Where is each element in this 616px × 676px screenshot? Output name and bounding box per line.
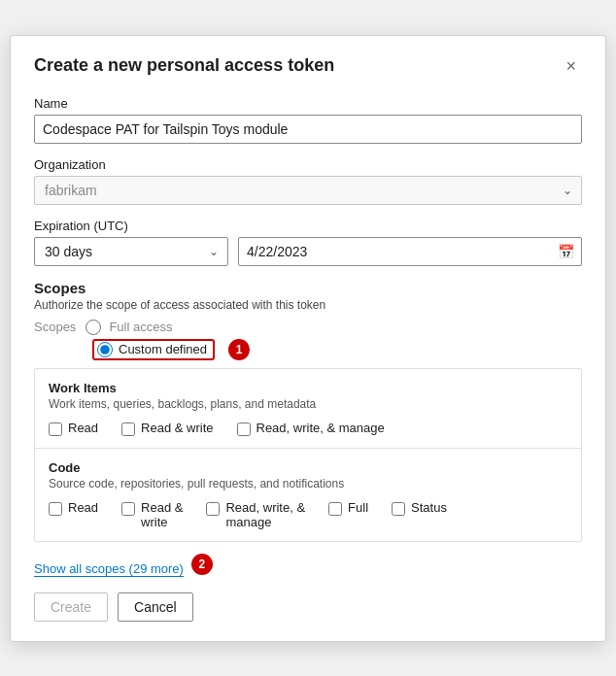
code-status-label: Status bbox=[411, 500, 447, 515]
expiration-field-group: Expiration (UTC) 30 days 60 days 90 days… bbox=[34, 219, 582, 266]
work-items-title: Work Items bbox=[49, 381, 567, 395]
code-read-checkbox[interactable] bbox=[49, 502, 62, 516]
work-items-desc: Work items, queries, backlogs, plans, an… bbox=[49, 397, 567, 411]
show-all-scopes-link[interactable]: Show all scopes (29 more) bbox=[34, 561, 184, 577]
name-field-group: Name bbox=[34, 96, 582, 144]
custom-defined-highlight: Custom defined bbox=[92, 339, 215, 360]
work-items-readwrite-checkbox[interactable] bbox=[121, 422, 135, 436]
work-items-readwrite-label: Read & write bbox=[141, 421, 213, 435]
work-items-manage-label: Read, write, & manage bbox=[257, 421, 385, 435]
full-access-radio-item: Scopes Full access bbox=[34, 320, 582, 335]
work-items-options: Read Read & write Read, write, & manage bbox=[49, 421, 567, 436]
scopes-radio-group: Scopes Full access Custom defined 1 bbox=[34, 320, 582, 360]
date-input[interactable] bbox=[238, 237, 582, 266]
code-desc: Source code, repositories, pull requests… bbox=[49, 477, 567, 490]
expiration-row: 30 days 60 days 90 days Custom ⌄ 📅 bbox=[34, 237, 582, 266]
full-access-radio[interactable] bbox=[86, 320, 101, 335]
scopes-description: Authorize the scope of access associated… bbox=[34, 298, 582, 312]
work-items-manage-option[interactable]: Read, write, & manage bbox=[237, 421, 385, 436]
code-read-option[interactable]: Read bbox=[49, 500, 98, 516]
code-title: Code bbox=[49, 460, 567, 475]
custom-defined-radio-item: Custom defined 1 bbox=[92, 339, 582, 360]
show-all-count: (29 more) bbox=[129, 561, 184, 576]
show-all-row: Show all scopes (29 more) 2 bbox=[34, 552, 582, 577]
callout-badge-1: 1 bbox=[228, 339, 250, 360]
expiration-select[interactable]: 30 days 60 days 90 days Custom bbox=[34, 237, 228, 266]
scopes-section: Scopes Authorize the scope of access ass… bbox=[34, 280, 582, 577]
work-items-read-label: Read bbox=[68, 421, 98, 435]
organization-field-group: Organization fabrikam ⌄ bbox=[34, 157, 582, 205]
work-items-read-option[interactable]: Read bbox=[49, 421, 98, 436]
code-manage-option[interactable]: Read, write, &manage bbox=[206, 500, 305, 529]
dialog-footer: Create Cancel bbox=[34, 592, 582, 622]
code-read-label: Read bbox=[68, 500, 98, 515]
code-full-label: Full bbox=[348, 500, 368, 515]
code-status-option[interactable]: Status bbox=[392, 500, 447, 516]
code-readwrite-option[interactable]: Read &write bbox=[121, 500, 183, 529]
full-access-label: Full access bbox=[109, 320, 172, 334]
organization-label: Organization bbox=[34, 157, 582, 172]
name-label: Name bbox=[34, 96, 582, 111]
expiration-dropdown-wrapper: 30 days 60 days 90 days Custom ⌄ bbox=[34, 237, 228, 266]
work-items-manage-checkbox[interactable] bbox=[237, 422, 251, 436]
code-full-checkbox[interactable] bbox=[328, 502, 342, 516]
code-options: Read Read &write Read, write, &manage Fu… bbox=[49, 500, 567, 529]
date-input-wrapper: 📅 bbox=[238, 237, 582, 266]
code-readwrite-checkbox[interactable] bbox=[121, 502, 135, 516]
work-items-readwrite-option[interactable]: Read & write bbox=[121, 421, 213, 436]
name-input[interactable] bbox=[34, 115, 582, 144]
organization-select[interactable]: fabrikam bbox=[34, 176, 582, 205]
work-items-read-checkbox[interactable] bbox=[49, 422, 62, 436]
scopes-scroll-area[interactable]: Work Items Work items, queries, backlogs… bbox=[34, 368, 582, 542]
scopes-title: Scopes bbox=[34, 280, 582, 296]
create-button[interactable]: Create bbox=[34, 592, 108, 622]
code-manage-checkbox[interactable] bbox=[206, 502, 220, 516]
code-status-checkbox[interactable] bbox=[392, 502, 405, 516]
organization-select-wrapper: fabrikam ⌄ bbox=[34, 176, 582, 205]
code-scope-group: Code Source code, repositories, pull req… bbox=[35, 449, 581, 541]
expiration-label: Expiration (UTC) bbox=[34, 219, 582, 233]
code-full-option[interactable]: Full bbox=[328, 500, 368, 516]
callout-badge-2: 2 bbox=[191, 554, 213, 575]
scopes-label: Scopes bbox=[34, 320, 76, 334]
close-button[interactable]: × bbox=[560, 55, 582, 77]
custom-defined-radio[interactable] bbox=[97, 342, 113, 357]
cancel-button[interactable]: Cancel bbox=[118, 592, 193, 622]
code-readwrite-label: Read &write bbox=[141, 500, 183, 529]
create-pat-dialog: Create a new personal access token × Nam… bbox=[10, 35, 606, 642]
work-items-scope-group: Work Items Work items, queries, backlogs… bbox=[35, 369, 581, 449]
dialog-title: Create a new personal access token bbox=[34, 55, 334, 76]
code-manage-label: Read, write, &manage bbox=[225, 500, 305, 529]
custom-defined-label: Custom defined bbox=[119, 342, 207, 356]
show-all-label: Show all scopes bbox=[34, 561, 125, 576]
dialog-header: Create a new personal access token × bbox=[34, 55, 582, 77]
